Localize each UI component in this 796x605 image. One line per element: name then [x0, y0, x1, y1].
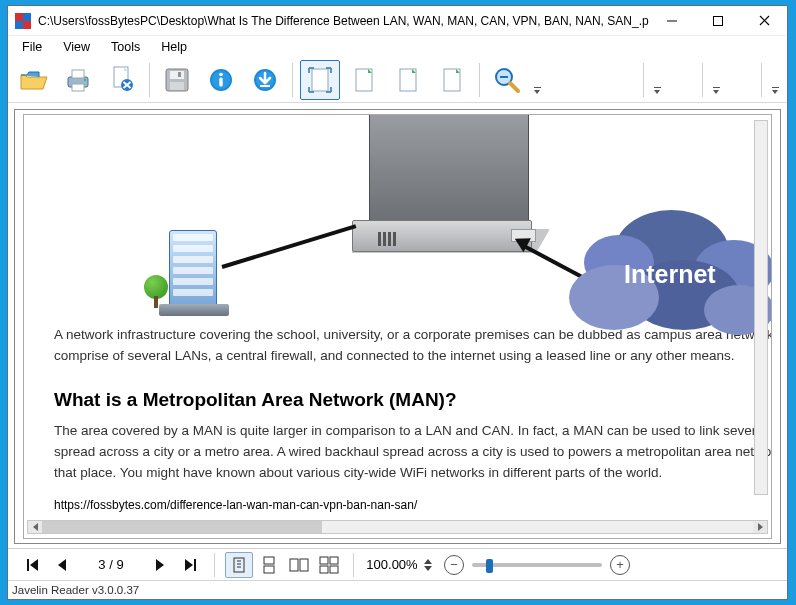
horizontal-scrollbar[interactable] — [27, 520, 768, 534]
first-page-button[interactable] — [18, 552, 46, 578]
svg-rect-38 — [264, 557, 274, 564]
zoom-out-step-button[interactable]: − — [444, 555, 464, 575]
continuous-view-button[interactable] — [255, 552, 283, 578]
remove-doc-button[interactable] — [102, 60, 142, 100]
page-nav-bar: 100.00% − + — [8, 548, 787, 580]
svg-rect-17 — [170, 71, 184, 79]
continuous-facing-view-button[interactable] — [315, 552, 343, 578]
toolbar-separator — [702, 63, 703, 97]
source-url: https://fossbytes.com/difference-lan-wan… — [54, 498, 772, 512]
svg-rect-27 — [312, 69, 328, 91]
svg-rect-41 — [300, 559, 308, 571]
close-button[interactable] — [741, 6, 787, 36]
svg-point-11 — [84, 79, 86, 81]
building-image — [159, 230, 229, 315]
save-button[interactable] — [157, 60, 197, 100]
minimize-button[interactable] — [649, 6, 695, 36]
tree-image — [144, 275, 168, 308]
page-mode-2-button[interactable] — [388, 60, 428, 100]
zoom-in-step-button[interactable]: + — [610, 555, 630, 575]
svg-rect-5 — [714, 16, 723, 25]
info-icon — [207, 66, 235, 94]
window-controls — [649, 6, 787, 36]
next-page-button[interactable] — [146, 552, 174, 578]
single-page-view-button[interactable] — [225, 552, 253, 578]
toolbar-dropdown[interactable] — [531, 60, 543, 100]
page-mode-1-button[interactable] — [344, 60, 384, 100]
folder-open-icon — [19, 67, 49, 93]
svg-rect-2 — [15, 21, 23, 29]
vertical-scrollbar[interactable] — [754, 120, 768, 495]
toolbar-separator — [292, 63, 293, 97]
svg-rect-0 — [15, 13, 23, 21]
document-viewport: Internet A network infrastructure coveri… — [8, 103, 787, 548]
page-container: Internet A network infrastructure coveri… — [14, 109, 781, 544]
page-icon — [350, 65, 378, 95]
svg-rect-1 — [23, 13, 31, 21]
toolbar-separator — [643, 63, 644, 97]
toolbar-separator — [149, 63, 150, 97]
svg-rect-23 — [219, 78, 222, 87]
toolbar-overflow[interactable] — [710, 60, 722, 100]
nav-separator — [353, 553, 354, 577]
prev-page-button[interactable] — [48, 552, 76, 578]
svg-line-33 — [510, 83, 518, 91]
open-button[interactable] — [14, 60, 54, 100]
zoom-out-button[interactable] — [487, 60, 527, 100]
zoom-step-up[interactable] — [424, 559, 432, 564]
section-heading: What is a Metropolitan Area Network (MAN… — [54, 389, 772, 411]
printer-icon — [63, 67, 93, 93]
svg-rect-3 — [23, 21, 31, 29]
print-button[interactable] — [58, 60, 98, 100]
page-number-input[interactable] — [78, 554, 144, 576]
zoom-slider[interactable] — [472, 563, 602, 567]
zoom-step-down[interactable] — [424, 566, 432, 571]
facing-view-button[interactable] — [285, 552, 313, 578]
title-bar: C:\Users\fossBytesPC\Desktop\What Is The… — [8, 6, 787, 36]
svg-point-22 — [219, 73, 223, 77]
menu-help[interactable]: Help — [161, 40, 187, 54]
remove-doc-icon — [108, 65, 136, 95]
scroll-right-button[interactable] — [753, 521, 767, 533]
download-button[interactable] — [245, 60, 285, 100]
toolbar-separator — [761, 63, 762, 97]
svg-rect-10 — [72, 84, 84, 91]
svg-rect-42 — [320, 557, 328, 564]
zoom-out-icon — [492, 65, 522, 95]
svg-rect-18 — [170, 82, 184, 90]
maximize-button[interactable] — [695, 6, 741, 36]
menu-bar: File View Tools Help — [8, 36, 787, 58]
toolbar-overflow[interactable] — [651, 60, 663, 100]
zoom-slider-knob[interactable] — [486, 559, 493, 573]
scroll-thumb[interactable] — [42, 521, 322, 533]
info-button[interactable] — [201, 60, 241, 100]
toolbar — [8, 58, 787, 103]
page-icon — [438, 65, 466, 95]
download-icon — [251, 66, 279, 94]
fit-page-button[interactable] — [300, 60, 340, 100]
app-icon — [8, 13, 38, 29]
window-title: C:\Users\fossBytesPC\Desktop\What Is The… — [38, 14, 649, 28]
network-illustration: Internet — [54, 115, 772, 315]
body-paragraph: The area covered by a MAN is quite large… — [54, 421, 772, 484]
svg-rect-39 — [264, 566, 274, 573]
menu-tools[interactable]: Tools — [111, 40, 140, 54]
internet-cloud-image: Internet — [554, 210, 769, 350]
last-page-button[interactable] — [176, 552, 204, 578]
cloud-label: Internet — [624, 260, 716, 289]
toolbar-separator — [479, 63, 480, 97]
svg-rect-44 — [320, 566, 328, 573]
menu-file[interactable]: File — [22, 40, 42, 54]
svg-rect-43 — [330, 557, 338, 564]
page-icon — [394, 65, 422, 95]
zoom-level-label: 100.00% — [364, 557, 420, 572]
status-text: Javelin Reader v3.0.0.37 — [12, 584, 139, 596]
page-mode-3-button[interactable] — [432, 60, 472, 100]
svg-rect-34 — [234, 558, 244, 572]
save-icon — [163, 66, 191, 94]
svg-rect-9 — [72, 70, 84, 78]
scroll-left-button[interactable] — [28, 521, 42, 533]
toolbar-overflow[interactable] — [769, 60, 781, 100]
page: Internet A network infrastructure coveri… — [23, 114, 772, 539]
menu-view[interactable]: View — [63, 40, 90, 54]
